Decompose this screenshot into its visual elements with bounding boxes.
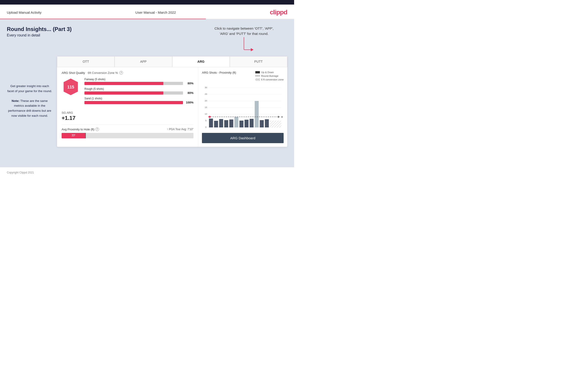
bar-container-rough: 80%: [84, 91, 193, 95]
svg-marker-2: [251, 48, 253, 51]
bar-fill-sand: [84, 101, 183, 104]
tab-arg[interactable]: ARG: [172, 56, 230, 67]
proximity-help-icon[interactable]: ?: [95, 127, 99, 131]
legend-item-6ft: 6 ft conversion zone: [255, 78, 284, 81]
proximity-header: Avg Proximity to Hole (ft) ? ↑ PGA Tour …: [62, 127, 193, 131]
hexagon-section: 115 Fairway (5 shots): [62, 78, 193, 107]
svg-rect-23: [234, 117, 238, 127]
panel-header: ARG Shot Quality 6ft Conversion Zone % ?: [62, 71, 193, 75]
svg-rect-27: [255, 101, 259, 127]
svg-rect-25: [245, 120, 249, 127]
right-panel-header: ARG Shots - Proximity (ft) Up & Down Rou…: [202, 71, 284, 81]
svg-rect-19: [214, 121, 218, 127]
left-insight: Get greater insight into each facet of y…: [7, 56, 57, 118]
svg-rect-26: [250, 119, 253, 127]
legend-swatch-dashed: [255, 76, 260, 76]
svg-marker-33: [208, 116, 211, 118]
note-bold: Note:: [12, 99, 20, 103]
nav-hint: Click to navigate between 'OTT', 'APP','…: [215, 26, 274, 36]
help-icon[interactable]: ?: [119, 71, 123, 75]
svg-marker-34: [278, 116, 280, 118]
proximity-label: Avg Proximity to Hole (ft) ?: [62, 127, 99, 131]
panel-title: ARG Shot Quality: [62, 71, 85, 75]
svg-rect-18: [209, 118, 213, 127]
svg-text:15: 15: [205, 106, 207, 108]
footer: Copyright Clippd 2021: [0, 167, 294, 178]
tab-ott[interactable]: OTT: [57, 56, 114, 67]
shot-label-sand: Sand (1 shots): [84, 97, 193, 100]
left-panel: ARG Shot Quality 6ft Conversion Zone % ?…: [57, 67, 198, 147]
sg-value: +1.17: [62, 115, 193, 121]
clippd-logo: clippd: [270, 9, 287, 16]
legend-label-6ft: 6 ft conversion zone: [261, 78, 284, 81]
tabs: OTT APP ARG PUTT: [57, 56, 287, 67]
manual-label: User Manual - March 2022: [135, 10, 176, 14]
svg-rect-21: [224, 120, 228, 127]
left-insight-text: Get greater insight into each facet of y…: [7, 84, 52, 118]
dashboard-button[interactable]: ARG Dashboard: [202, 133, 284, 143]
svg-text:8: 8: [281, 116, 283, 118]
bar-pct-fairway: 80%: [185, 82, 193, 85]
legend-swatch-hatch: [255, 78, 260, 81]
svg-rect-31: [270, 121, 281, 127]
shot-label-fairway: Fairway (5 shots): [84, 78, 193, 81]
card-body: ARG Shot Quality 6ft Conversion Zone % ?…: [57, 67, 287, 147]
shot-row-rough: Rough (5 shots) 80%: [84, 87, 193, 95]
legend-label-round-avg: Round Average: [261, 75, 279, 77]
hex-container: 115: [62, 78, 80, 98]
legend-item-round-avg: Round Average: [255, 75, 284, 77]
chart-svg: 0 5 10 15 20 25 30: [202, 84, 284, 130]
shot-row-sand: Sand (1 shots) 100%: [84, 97, 193, 104]
svg-rect-29: [265, 119, 269, 127]
bar-track-sand: [84, 101, 183, 104]
top-bar: [0, 0, 294, 5]
svg-text:0: 0: [205, 126, 207, 128]
upload-label: Upload Manual Activity: [7, 10, 42, 14]
proximity-section: Avg Proximity to Hole (ft) ? ↑ PGA Tour …: [62, 125, 193, 138]
bar-container-sand: 100%: [84, 101, 193, 104]
hexagon-shape: 115: [62, 78, 80, 96]
svg-rect-28: [260, 120, 264, 127]
legend-swatch-solid: [255, 71, 260, 73]
svg-rect-22: [229, 119, 233, 127]
tab-app[interactable]: APP: [114, 56, 172, 67]
proximity-bar-fill: 77': [62, 133, 85, 138]
shot-row-fairway: Fairway (5 shots) 80%: [84, 78, 193, 85]
bar-pct-sand: 100%: [185, 101, 193, 104]
bar-container-fairway: 80%: [84, 82, 193, 85]
proximity-label-text: Avg Proximity to Hole (ft): [62, 128, 95, 131]
main-content: Round Insights... (Part 3) Every round i…: [0, 19, 294, 167]
header: Upload Manual Activity User Manual - Mar…: [0, 5, 294, 19]
page-subtitle: Every round in detail: [7, 33, 72, 37]
bar-pct-rough: 80%: [185, 91, 193, 95]
svg-rect-24: [239, 121, 243, 127]
svg-text:25: 25: [205, 93, 207, 95]
sg-section: SG ARG +1.17: [62, 109, 193, 121]
main-card: OTT APP ARG PUTT ARG Shot Quality 6ft Co…: [57, 56, 287, 147]
bar-chart-area: 0 5 10 15 20 25 30: [202, 84, 284, 131]
legend: Up & Down Round Average 6 ft conversion …: [255, 71, 284, 81]
legend-item-updown: Up & Down: [255, 71, 284, 74]
bar-track-rough: [84, 92, 183, 95]
pga-avg: ↑ PGA Tour Avg: 7'10": [167, 128, 193, 131]
tab-putt[interactable]: PUTT: [230, 56, 287, 67]
svg-text:10: 10: [205, 113, 207, 115]
proximity-cursor: [85, 133, 86, 138]
svg-text:20: 20: [205, 99, 207, 102]
svg-text:5: 5: [205, 119, 207, 122]
bar-fill-rough: [84, 92, 163, 95]
shot-label-rough: Rough (5 shots): [84, 87, 193, 91]
content-layout: Get greater insight into each facet of y…: [7, 56, 287, 147]
proximity-value: 77': [72, 134, 75, 137]
sg-label: SG ARG: [62, 111, 193, 114]
hex-score: 115: [67, 85, 74, 89]
nav-arrow: [242, 37, 255, 55]
bar-track-fairway: [84, 82, 183, 85]
page-title: Round Insights... (Part 3): [7, 26, 72, 32]
bar-fill-fairway: [84, 82, 163, 85]
shot-bars: Fairway (5 shots) 80% Rough (5 shots): [84, 78, 193, 107]
right-panel: ARG Shots - Proximity (ft) Up & Down Rou…: [198, 67, 287, 147]
legend-label-updown: Up & Down: [261, 71, 274, 74]
copyright: Copyright Clippd 2021: [7, 171, 34, 174]
proximity-bar-track: 77': [62, 133, 193, 138]
